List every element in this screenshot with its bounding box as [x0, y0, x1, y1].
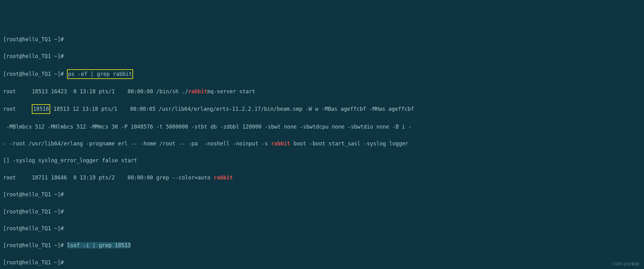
highlight-box: 18518	[32, 104, 50, 114]
pid-text: 18518	[33, 106, 49, 112]
prompt: [root@hello_TQ1 ~]#	[3, 191, 67, 198]
terminal-line: [root@hello_TQ1 ~]#	[3, 52, 641, 61]
prompt: [root@hello_TQ1 ~]#	[3, 36, 64, 42]
prompt: [root@hello_TQ1 ~]#	[3, 225, 67, 232]
watermark: CSDN @@索索~	[612, 261, 641, 267]
terminal-line: [root@hello_TQ1 ~]#	[3, 208, 641, 216]
prompt: [root@hello_TQ1 ~]#	[3, 208, 67, 215]
terminal-line: [root@hello_TQ1 ~]# ps -ef | grep rabbit	[3, 69, 641, 79]
command-text: ps -ef | grep rabbit	[68, 71, 132, 77]
terminal-line: [root@hello_TQ1 ~]#	[3, 35, 641, 44]
ps-output-line: -MBlmbcs 512 -MHlmbcs 512 -MMmcs 30 -P 1…	[3, 123, 641, 131]
prompt: [root@hello_TQ1 ~]#	[3, 71, 67, 77]
terminal-line: [root@hello_TQ1 ~]# lsof -i | grep 18513	[3, 241, 641, 250]
match-highlight: rabbit	[188, 88, 207, 95]
output-text: 18513 12 13:18 pts/1 00:00:05 /usr/lib64…	[50, 106, 414, 112]
highlight-box: ps -ef | grep rabbit	[67, 69, 133, 79]
match-highlight: rabbit	[271, 140, 290, 147]
terminal-line: [root@hello_TQ1 ~]#	[3, 190, 641, 199]
output-text: mq-server start	[207, 88, 255, 95]
output-text: root 18711 18646 0 13:19 pts/2 00:00:00 …	[3, 174, 214, 181]
match-highlight: rabbit	[214, 174, 233, 181]
output-text: root 18513 16423 0 13:18 pts/1 00:00:00 …	[3, 88, 188, 95]
ps-output-line: root 18711 18646 0 13:19 pts/2 00:00:00 …	[3, 174, 641, 182]
prompt: [root@hello_TQ1 ~]#	[3, 53, 67, 59]
ps-output-line: root 18518 18513 12 13:18 pts/1 00:00:05…	[3, 104, 641, 114]
output-text: boot -boot start_sasl -syslog logger	[290, 140, 408, 147]
ps-output-line: [] -syslog syslog_error_logger false sta…	[3, 156, 641, 165]
ps-output-line: root 18513 16423 0 13:18 pts/1 00:00:00 …	[3, 87, 641, 96]
ps-output-line: - -root /usr/lib64/erlang -progname erl …	[3, 139, 641, 148]
selected-command: lsof -i | grep 18513	[67, 242, 131, 248]
prompt: [root@hello_TQ1 ~]#	[3, 259, 67, 266]
output-text: root	[3, 106, 32, 112]
terminal-line: [root@hello_TQ1 ~]#	[3, 224, 641, 233]
terminal-line: [root@hello_TQ1 ~]#	[3, 258, 641, 267]
prompt: [root@hello_TQ1 ~]#	[3, 242, 67, 248]
output-text: -MBlmbcs 512 -MHlmbcs 512 -MMmcs 30 -P 1…	[3, 124, 411, 130]
output-text: - -root /usr/lib64/erlang -progname erl …	[3, 140, 271, 147]
output-text: [] -syslog syslog_error_logger false sta…	[3, 157, 137, 164]
